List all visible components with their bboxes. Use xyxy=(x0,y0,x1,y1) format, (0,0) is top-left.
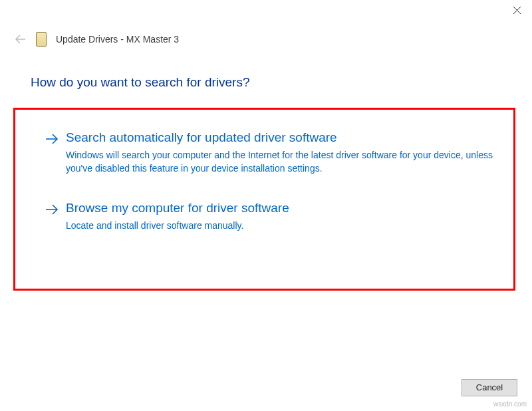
device-icon xyxy=(36,32,47,47)
option-description: Locate and install driver software manua… xyxy=(66,219,493,232)
dialog-footer: Cancel xyxy=(462,379,517,396)
close-button[interactable] xyxy=(502,0,532,20)
option-browse-computer[interactable]: Browse my computer for driver software L… xyxy=(15,200,513,257)
option-search-automatically[interactable]: Search automatically for updated driver … xyxy=(15,130,513,200)
options-highlight-box: Search automatically for updated driver … xyxy=(13,108,515,291)
watermark: wsxdn.com xyxy=(493,400,527,408)
option-title: Browse my computer for driver software xyxy=(66,200,493,217)
page-heading: How do you want to search for drivers? xyxy=(31,75,250,90)
option-content: Browse my computer for driver software L… xyxy=(66,200,513,232)
arrow-right-icon xyxy=(45,202,59,217)
dialog-header: Update Drivers - MX Master 3 xyxy=(15,32,179,47)
back-button[interactable] xyxy=(15,33,27,45)
option-title: Search automatically for updated driver … xyxy=(66,130,493,146)
option-content: Search automatically for updated driver … xyxy=(66,130,513,175)
titlebar xyxy=(0,0,532,20)
cancel-button[interactable]: Cancel xyxy=(462,379,517,396)
option-description: Windows will search your computer and th… xyxy=(66,148,493,176)
dialog-title: Update Drivers - MX Master 3 xyxy=(56,34,179,45)
arrow-right-icon xyxy=(45,132,59,146)
close-icon xyxy=(513,7,521,14)
back-arrow-icon xyxy=(15,33,27,45)
